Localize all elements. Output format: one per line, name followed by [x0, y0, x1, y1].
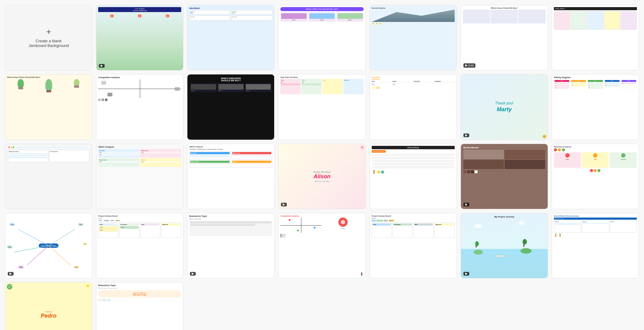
- house-header: Which House Should We Buy?: [463, 7, 546, 9]
- affinity-title: Affinity Diagram: [554, 76, 637, 78]
- comp-analysis-info: 🔴 Brand A 🔵 Brand B 🟢 Brand C: [280, 234, 363, 238]
- moodboard-swatches: [463, 170, 546, 174]
- template-card-poll-pet[interactable]: Which Office Pet Should We Get? Option 1…: [278, 5, 366, 70]
- swot1-title: SWOT Analysis: [98, 146, 181, 148]
- template-card-team-retro[interactable]: Team Retro: [552, 5, 639, 70]
- ssc2-notes: [372, 87, 455, 89]
- svg-rect-6: [461, 249, 548, 278]
- template-card-which-house[interactable]: Which House Should We Buy? 0:00: [461, 5, 548, 70]
- poll-header: Which Office Pet Should We Get?: [280, 7, 363, 11]
- svg-point-8: [519, 221, 525, 225]
- play-button[interactable]: [463, 272, 469, 276]
- ssc3-cols: Stop Start Continue: [554, 152, 637, 168]
- houseplants-items: [7, 79, 90, 92]
- template-card-affinity[interactable]: Affinity Diagram Cat 1 item item item Ca…: [552, 74, 639, 140]
- template-card-brainstorm[interactable]: Brainstorm Area Our Favorites: [5, 144, 92, 209]
- roundrobin-cols: Person 1 Person 2 Person 3: [554, 220, 637, 233]
- svg-line-1: [49, 230, 75, 246]
- template-card-idea-book[interactable]: Idea Book Idea corner████ Idea corner███…: [187, 5, 274, 70]
- svg-point-12: [475, 241, 479, 246]
- quarter-header: Second Quarter: [372, 7, 455, 9]
- kanban1-date: 2024-01: [98, 218, 181, 219]
- play-button[interactable]: [8, 272, 14, 276]
- brainstorm-toolbar: [7, 146, 90, 149]
- mindmap-node5: Topic: [18, 266, 23, 269]
- retro-header: Team Retro: [554, 7, 637, 10]
- template-card-moodboard[interactable]: My Moodboard: [461, 144, 548, 209]
- svg-point-14: [522, 239, 527, 245]
- mindmap-node1: Topic: [10, 223, 15, 226]
- template-card-mindmap[interactable]: Main Idea or Topic Topic Topic Topic Top…: [5, 213, 92, 278]
- ssc1-title: Stop Start Continue: [280, 76, 363, 78]
- play-button[interactable]: [463, 203, 469, 206]
- mindmap-node3: Topic: [82, 243, 88, 245]
- play-button[interactable]: 0:00: [463, 63, 476, 68]
- brainstorm3-sub: Add your ideas in the space below: [98, 287, 181, 289]
- template-grid: + Create a blankJamboard Background Our …: [5, 5, 639, 330]
- kanban2-title: Project Kanban Board: [372, 215, 455, 217]
- template-card-second-quarter[interactable]: Second Quarter Q1 Q2 Q3: [370, 5, 457, 70]
- competitive-legend: [98, 99, 181, 101]
- template-card-ssc1[interactable]: Stop Start Continue Stop Start Stop Cont…: [278, 74, 366, 140]
- kanban2-cols: To Do In Progress Done Approved: [372, 222, 455, 238]
- mindmap-node4: Topic: [74, 266, 79, 269]
- template-card-journey[interactable]: My Project Journey: [461, 213, 548, 278]
- mindmap-node2: Topic: [78, 223, 83, 226]
- sneakers-title: WHICH SNEAKERSSHOULD WE BUY?: [189, 76, 272, 82]
- template-card-roundrobin[interactable]: Round Robin Brainstorming Brainstorm Top…: [552, 213, 639, 278]
- play-icon: [465, 64, 467, 67]
- play-icon: [283, 203, 285, 206]
- brainstorm2-title: Brainstorm Topic: [189, 215, 272, 217]
- play-icon: [465, 134, 467, 137]
- play-icon: [101, 65, 103, 67]
- brainwrite-icons: 🧍: [372, 170, 455, 174]
- ssc2-title: Stop StartContinue: [372, 76, 455, 80]
- template-card-swot1[interactable]: SWOT Analysis Strengths item item Weakne…: [96, 144, 183, 209]
- house-grid: [463, 10, 546, 23]
- comp-analysis-body: Legend: [280, 218, 363, 233]
- swot2-subtitle: Strengths | Weaknesses | Opportunities |…: [189, 148, 272, 150]
- play-icon: [10, 273, 12, 275]
- svg-line-0: [18, 230, 48, 246]
- template-card-birthday[interactable]: Happy Birthday! Alison With love, Your T…: [278, 144, 366, 209]
- play-button[interactable]: [281, 203, 287, 206]
- template-card-kudos[interactable]: GOODJOB ⭐ Kudos! Pedro 🌈 Love, Your Team: [5, 282, 92, 330]
- template-card-roadmap[interactable]: Our ProjectFuture Roadmap ▶ ▶ ▶: [96, 5, 183, 70]
- swot1-grid: Strengths item item Weaknesses item Oppo…: [98, 149, 181, 167]
- kanban2-date: 2024-01: [372, 218, 455, 219]
- template-card-brainwriting[interactable]: Brainwriting Brainwriting Topic 🧍: [370, 144, 457, 209]
- template-card-brainstorm3[interactable]: Brainstorm Topic Add your ideas in the s…: [96, 282, 183, 330]
- sneakers-cols: Sneaker 1 Sneaker 2 Sneaker 3: [189, 82, 272, 93]
- template-card-competitive[interactable]: Competitive Analysis: [96, 74, 183, 140]
- brainwrite-title: Brainwriting: [372, 146, 455, 149]
- template-card-house-plants[interactable]: Which House Plants Should We Buy?: [5, 74, 92, 140]
- play-button[interactable]: [463, 133, 469, 137]
- roadmap-path: ▶ ▶ ▶: [98, 15, 181, 17]
- template-card-swot2[interactable]: SWOT Analysis Strengths | Weaknesses | O…: [187, 144, 274, 209]
- template-card-kanban2[interactable]: Project Kanban Board 2024-01 To Do In Pr…: [370, 213, 457, 278]
- template-card-ssc2[interactable]: Stop StartContinue STOP ● item● item STA…: [370, 74, 457, 140]
- brainwrite-rows: [372, 154, 455, 168]
- brainstorm2-sub: Add your ideas below: [189, 218, 272, 220]
- play-icon: [465, 203, 467, 206]
- template-card-comp-analysis[interactable]: Competitive Analysis Legend 🔴 Brand A 🔵 …: [278, 213, 366, 278]
- template-card-sneakers[interactable]: WHICH SNEAKERSSHOULD WE BUY? Sneaker 1 S…: [187, 74, 274, 140]
- kudos-star: ⭐: [86, 284, 90, 287]
- template-card-kanban1[interactable]: Project Kanban Board 2024-01 To Do In Pr…: [96, 213, 183, 278]
- roundrobin-figures: 🧍 🧍: [554, 234, 637, 237]
- comp-analysis-figure: 🧍‍♀️: [359, 272, 364, 277]
- quarter-notes: Q1 Q2 Q3: [372, 23, 455, 25]
- quarter-mountain: [372, 10, 455, 22]
- template-card-thankyou[interactable]: Thank you! Marty 😊: [461, 74, 548, 140]
- swot2-grid: Strengths Weaknesses Opportunities Threa…: [189, 151, 272, 168]
- blank-card[interactable]: + Create a blankJamboard Background: [5, 5, 92, 70]
- comp-analysis-title: Competitive Analysis: [280, 215, 363, 217]
- poll-grid: Option 1 Option 2 Option 3: [280, 12, 363, 22]
- template-card-ssc3[interactable]: Stop Start Continue Stop Start Continue: [552, 144, 639, 209]
- play-button[interactable]: [190, 272, 196, 276]
- play-button[interactable]: [99, 64, 105, 68]
- affinity-cols: Cat 1 item item item Cat 2 item item Cat…: [554, 79, 637, 90]
- play-time: 0:00: [468, 64, 474, 67]
- moodboard-grid: [463, 149, 546, 170]
- template-card-brainstorm2[interactable]: Brainstorm Topic Add your ideas below: [187, 213, 274, 278]
